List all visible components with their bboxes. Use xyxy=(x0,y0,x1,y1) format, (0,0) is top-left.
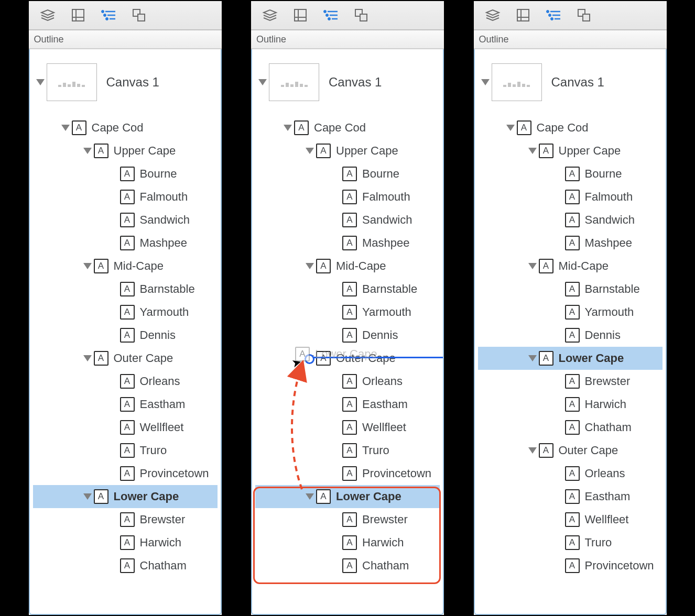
disclosure-triangle-icon[interactable] xyxy=(481,79,490,85)
outline-item[interactable]: AMashpee xyxy=(33,232,218,255)
disclosure-triangle-icon[interactable] xyxy=(83,263,92,269)
outline-item[interactable]: AChatham xyxy=(33,554,218,577)
outline-item[interactable]: AFalmouth xyxy=(478,185,663,208)
outline-item[interactable]: AWellfleet xyxy=(255,416,440,439)
outline-item[interactable]: AProvincetown xyxy=(33,462,218,485)
canvas-thumbnail[interactable] xyxy=(269,63,319,101)
outline-item[interactable]: AUpper Cape xyxy=(255,139,440,162)
canvas-thumbnail[interactable] xyxy=(492,63,542,101)
outline-item[interactable]: AProvincetown xyxy=(255,462,440,485)
outline-item[interactable]: ATruro xyxy=(33,439,218,462)
disclosure-triangle-icon[interactable] xyxy=(528,148,537,154)
outline-item[interactable]: AOrleans xyxy=(478,462,663,485)
outline-item[interactable]: AFalmouth xyxy=(33,185,218,208)
layers-icon[interactable] xyxy=(483,6,502,25)
guides-icon[interactable] xyxy=(291,6,310,25)
outline-item[interactable]: AChatham xyxy=(255,554,440,577)
disclosure-triangle-icon[interactable] xyxy=(306,493,314,500)
disclosure-triangle-icon[interactable] xyxy=(306,263,314,269)
disclosure-triangle-icon[interactable] xyxy=(258,79,267,85)
outline-item[interactable]: AProvincetown xyxy=(478,554,663,577)
outline-item[interactable]: AOrleans xyxy=(255,370,440,393)
outline-item[interactable]: ALower Cape xyxy=(33,485,218,508)
outline-item[interactable]: ABarnstable xyxy=(33,278,218,301)
outline-item[interactable]: AMid-Cape xyxy=(255,255,440,278)
outline-item[interactable]: ATruro xyxy=(255,439,440,462)
outline-item[interactable]: ABourne xyxy=(255,162,440,185)
outline-item[interactable]: AMid-Cape xyxy=(33,255,218,278)
disclosure-triangle-icon[interactable] xyxy=(61,125,70,131)
outline-item[interactable]: ACape Cod xyxy=(33,116,218,139)
outline-item[interactable]: AMashpee xyxy=(478,232,663,255)
outline-item[interactable]: AOuter Cape xyxy=(478,439,663,462)
disclosure-triangle-icon[interactable] xyxy=(83,148,92,154)
outline-item[interactable]: ACape Cod xyxy=(255,116,440,139)
outline-item[interactable]: AWellfleet xyxy=(33,416,218,439)
disclosure-triangle-icon[interactable] xyxy=(528,355,537,361)
outline-icon[interactable] xyxy=(544,6,563,25)
outline-item[interactable]: AEastham xyxy=(255,393,440,416)
layers-icon[interactable] xyxy=(38,6,57,25)
outline-item[interactable]: AHarwich xyxy=(255,531,440,554)
outline-item[interactable]: AUpper Cape xyxy=(478,139,663,162)
outline-tree[interactable]: Canvas 1 ACape CodAUpper CapeABourneAFal… xyxy=(29,49,222,615)
selection-icon[interactable] xyxy=(129,6,148,25)
disclosure-triangle-icon[interactable] xyxy=(528,263,537,269)
disclosure-triangle-icon[interactable] xyxy=(83,355,92,361)
outline-icon[interactable] xyxy=(99,6,118,25)
canvas-row[interactable]: Canvas 1 xyxy=(33,59,218,106)
disclosure-triangle-icon[interactable] xyxy=(506,125,515,131)
disclosure-triangle-icon[interactable] xyxy=(528,447,537,454)
canvas-row[interactable]: Canvas 1 xyxy=(478,59,663,106)
outline-tree[interactable]: Canvas 1 ACape CodAUpper CapeABourneAFal… xyxy=(474,49,667,615)
outline-item[interactable]: AEastham xyxy=(33,393,218,416)
disclosure-spacer xyxy=(107,470,118,477)
outline-item[interactable]: ALower Cape xyxy=(255,485,440,508)
outline-item[interactable]: ACape Cod xyxy=(478,116,663,139)
outline-item[interactable]: AHarwich xyxy=(478,393,663,416)
disclosure-triangle-icon[interactable] xyxy=(36,79,45,85)
outline-item[interactable]: ABrewster xyxy=(255,508,440,531)
disclosure-triangle-icon[interactable] xyxy=(284,125,292,131)
outline-item[interactable]: ABrewster xyxy=(478,370,663,393)
canvas-thumbnail[interactable] xyxy=(47,63,97,101)
outline-item[interactable]: AWellfleet xyxy=(478,508,663,531)
outline-item[interactable]: ABrewster xyxy=(33,508,218,531)
disclosure-triangle-icon[interactable] xyxy=(306,148,314,154)
outline-item[interactable]: ATruro xyxy=(478,531,663,554)
svg-point-13 xyxy=(546,10,549,13)
outline-item[interactable]: ASandwich xyxy=(33,208,218,232)
outline-item[interactable]: AChatham xyxy=(478,416,663,439)
outline-item[interactable]: ABourne xyxy=(478,162,663,185)
outline-item[interactable]: ADennis xyxy=(478,324,663,347)
outline-item[interactable]: ABourne xyxy=(33,162,218,185)
outline-item[interactable]: ADennis xyxy=(33,324,218,347)
outline-item[interactable]: AUpper Cape xyxy=(33,139,218,162)
outline-item[interactable]: AYarmouth xyxy=(478,301,663,324)
selection-icon[interactable] xyxy=(352,6,371,25)
outline-tree[interactable]: Canvas 1 ACape CodAUpper CapeABourneAFal… xyxy=(251,49,444,615)
disclosure-spacer xyxy=(107,332,118,338)
guides-icon[interactable] xyxy=(514,6,533,25)
guides-icon[interactable] xyxy=(69,6,88,25)
disclosure-triangle-icon[interactable] xyxy=(83,493,92,500)
outline-item[interactable]: ALower Cape xyxy=(478,347,663,370)
outline-item[interactable]: AMid-Cape xyxy=(478,255,663,278)
outline-item[interactable]: ADennis xyxy=(255,324,440,347)
outline-item[interactable]: AEastham xyxy=(478,485,663,508)
outline-item[interactable]: ABarnstable xyxy=(478,278,663,301)
outline-item[interactable]: AYarmouth xyxy=(33,301,218,324)
outline-item[interactable]: ASandwich xyxy=(255,208,440,232)
outline-item[interactable]: ASandwich xyxy=(478,208,663,232)
outline-icon[interactable] xyxy=(321,6,340,25)
outline-item[interactable]: AMashpee xyxy=(255,232,440,255)
selection-icon[interactable] xyxy=(574,6,593,25)
outline-item[interactable]: AOuter Cape xyxy=(33,347,218,370)
outline-item[interactable]: AOrleans xyxy=(33,370,218,393)
outline-item[interactable]: AYarmouth xyxy=(255,301,440,324)
outline-item[interactable]: ABarnstable xyxy=(255,278,440,301)
canvas-row[interactable]: Canvas 1 xyxy=(255,59,440,106)
outline-item[interactable]: AHarwich xyxy=(33,531,218,554)
outline-item[interactable]: AFalmouth xyxy=(255,185,440,208)
layers-icon[interactable] xyxy=(260,6,279,25)
